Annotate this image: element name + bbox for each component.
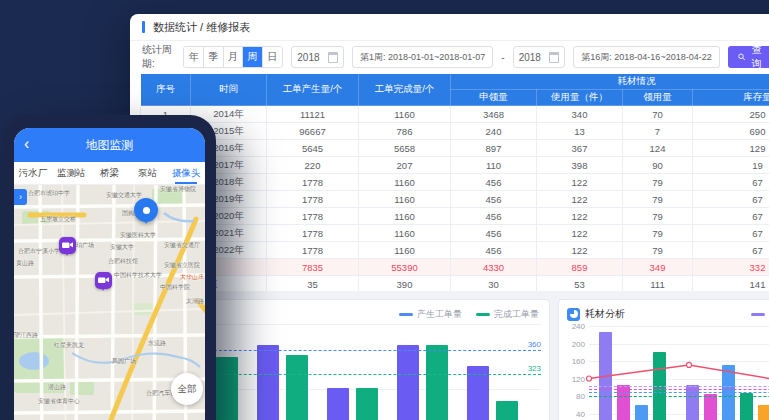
camera-marker[interactable] — [59, 237, 76, 254]
period-option-月[interactable]: 月 — [224, 47, 244, 67]
screenshot-canvas: 数据统计 / 维修报表 统计周期: 年季月周日 2018 第1周: 2018-0… — [0, 0, 769, 420]
y-tick-label: 40 — [561, 410, 585, 419]
table-cell: 786 — [359, 123, 451, 140]
table-cell: 79 — [623, 191, 693, 208]
all-filter-button[interactable]: 全部 — [171, 373, 203, 405]
table-cell: 1160 — [359, 208, 451, 225]
tab-桥梁[interactable]: 桥梁 — [90, 162, 128, 184]
table-row: 32016年56455658897367124129 — [141, 140, 769, 157]
dashboard-window: 数据统计 / 维修报表 统计周期: 年季月周日 2018 第1周: 2018-0… — [130, 14, 769, 420]
legend-swatch-icon — [399, 313, 413, 316]
map-label: 太湖路 — [186, 297, 204, 306]
bar-产生工单量 — [257, 345, 279, 420]
table-cell: 1778 — [267, 208, 359, 225]
breadcrumb-text: 数据统计 / 维修报表 — [153, 20, 250, 35]
query-button-label: 查询 — [749, 43, 764, 71]
bar-完成工单量 — [356, 388, 378, 420]
y-tick-label: 120 — [561, 375, 585, 384]
sub-column-header: 库存量 — [693, 90, 769, 106]
table-cell: 90 — [623, 157, 693, 174]
week-range-to-input[interactable]: 第16周: 2018-04-16~2018-04-22 — [573, 46, 719, 68]
legend-item: 申领量 — [751, 308, 769, 321]
table-cell: 690 — [693, 123, 769, 140]
table-cell: 79 — [623, 242, 693, 259]
table-cell: 79 — [623, 225, 693, 242]
table-cell: 250 — [693, 106, 769, 123]
period-option-周[interactable]: 周 — [243, 47, 263, 67]
year-from-select[interactable]: 2018 — [291, 46, 344, 68]
table-cell: 349 — [623, 259, 693, 276]
app-header: ‹ 地图监测 — [14, 128, 205, 162]
table-cell: 67 — [693, 191, 769, 208]
table-cell: 122 — [537, 191, 623, 208]
phone-screen: ‹ 地图监测 污水厂监测站桥梁泵站摄像头 — [14, 128, 205, 420]
period-option-年[interactable]: 年 — [184, 47, 204, 67]
tab-监测站[interactable]: 监测站 — [52, 162, 90, 184]
map-label: 红星美凯龙 — [54, 341, 84, 350]
period-option-日[interactable]: 日 — [263, 47, 282, 67]
legend-swatch-icon — [751, 313, 765, 316]
map-label: 合肥市宁溪小学 — [18, 247, 60, 256]
map-label: 东流路 — [148, 339, 166, 348]
y-tick-label: 200 — [561, 340, 585, 349]
tab-污水厂[interactable]: 污水厂 — [14, 162, 52, 184]
table-row: 62019年177811604561227967 — [141, 191, 769, 208]
location-pin-marker[interactable] — [134, 198, 158, 222]
group-header: 耗材情况 — [451, 74, 769, 90]
table-cell: 1160 — [359, 242, 451, 259]
year-to-select[interactable]: 2018 — [513, 46, 566, 68]
map-label: 安徽省交通厅 — [164, 241, 200, 250]
table-cell: 456 — [451, 242, 537, 259]
table-cell: 367 — [537, 140, 623, 157]
table-cell: 1160 — [359, 106, 451, 123]
legend-swatch-icon — [476, 313, 490, 316]
table-cell: 67 — [693, 174, 769, 191]
table-cell: 110 — [451, 157, 537, 174]
range-separator: - — [501, 52, 504, 63]
map-label: 安徽省博物院 — [160, 185, 196, 194]
column-header: 工单完成量/个 — [359, 74, 451, 106]
map-expand-button[interactable]: › — [14, 189, 27, 205]
camera-marker[interactable] — [95, 272, 112, 289]
table-cell: 35 — [267, 276, 359, 293]
table-cell: 390 — [359, 276, 451, 293]
column-header: 工单产生量/个 — [267, 74, 359, 106]
table-cell: 897 — [451, 140, 537, 157]
table-cell: 122 — [537, 225, 623, 242]
phone-mockup: ‹ 地图监测 污水厂监测站桥梁泵站摄像头 — [3, 115, 216, 420]
table-cell: 207 — [359, 157, 451, 174]
reference-line-label: 360 — [528, 340, 541, 349]
map-label: 凤园广场 — [112, 357, 136, 366]
table-cell: 67 — [693, 242, 769, 259]
consumables-chart-header: 耗材分析 — [567, 307, 625, 321]
consumables-chart-card: 耗材分析 申领量 2402001601208040 — [558, 299, 769, 420]
query-button[interactable]: 查询 — [728, 46, 769, 68]
map-label: 望江西路 — [14, 331, 38, 340]
charts-strip: 产生工单量完成工单量 360323 耗材分析 申领量 2402001601208… — [130, 291, 769, 420]
tab-泵站[interactable]: 泵站 — [129, 162, 167, 184]
table-cell: 1160 — [359, 174, 451, 191]
map-label: 安徽省立医院 — [164, 261, 200, 270]
back-chevron-icon[interactable]: ‹ — [24, 134, 29, 154]
period-segmented: 年季月周日 — [183, 46, 283, 68]
chart-badge-icon — [567, 308, 580, 321]
filter-bar: 统计周期: 年季月周日 2018 第1周: 2018-01-01~2018-01… — [130, 41, 769, 73]
table-cell: 1778 — [267, 174, 359, 191]
map-label: 中国科学技术大学 — [114, 271, 162, 280]
table-cell: 7 — [623, 123, 693, 140]
table-row: 12014年111211160346834070250 — [141, 106, 769, 123]
column-header: 时间 — [191, 74, 267, 106]
table-cell: 340 — [537, 106, 623, 123]
map-view[interactable]: 合肥市琥珀中学安徽交通大学安徽省博物院五里墩立交桥国购广场安徽医科大学安徽省交通… — [14, 185, 205, 420]
tab-摄像头[interactable]: 摄像头 — [167, 162, 205, 184]
period-option-季[interactable]: 季 — [204, 47, 224, 67]
map-label: 安徽省体育中心 — [38, 397, 80, 406]
table-cell: 53 — [537, 276, 623, 293]
table-cell: 13 — [537, 123, 623, 140]
week-range-from-input[interactable]: 第1周: 2018-01-01~2018-01-07 — [352, 46, 493, 68]
table-cell: 220 — [267, 157, 359, 174]
table-row: 82021年177811604561227967 — [141, 225, 769, 242]
bar-产生工单量 — [327, 388, 349, 420]
table-cell: 7835 — [267, 259, 359, 276]
table-cell: 456 — [451, 174, 537, 191]
